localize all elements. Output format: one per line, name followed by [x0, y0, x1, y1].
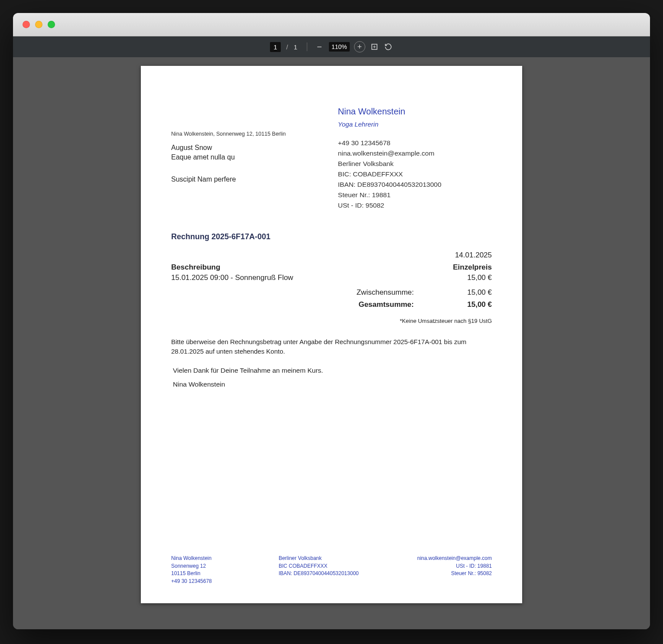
subtotal-label: Zwischensumme: [336, 288, 414, 297]
page-footer: Nina Wolkenstein Sonnenweg 12 10115 Berl… [171, 555, 492, 585]
zoom-out-button[interactable]: − [314, 42, 325, 52]
footer-street: Sonnenweg 12 [171, 563, 277, 570]
pdf-viewer[interactable]: Nina Wolkenstein, Sonnenweg 12, 10115 Be… [13, 57, 650, 629]
sender-address-line: Nina Wolkenstein, Sonnenweg 12, 10115 Be… [171, 105, 325, 137]
footer-right: nina.wolkenstein@example.com USt - ID: 1… [386, 555, 492, 585]
zoom-in-button[interactable]: + [354, 41, 365, 52]
invoice-date: 14.01.2025 [171, 251, 492, 260]
window-close-button[interactable] [23, 21, 30, 28]
footer-phone: +49 30 12345678 [171, 578, 277, 585]
sender-bank: Berliner Volksbank [338, 159, 492, 169]
footer-steuer: Steuer Nr.: 95082 [386, 570, 492, 577]
item-description: 15.01.2025 09:00 - Sonnengruß Flow [171, 273, 293, 282]
sender-info-block: Nina Wolkenstein Yoga Lehrerin +49 30 12… [338, 105, 492, 211]
invoice-table-header: Beschreibung Einzelpreis [171, 263, 492, 272]
recipient-line2: Eaque amet nulla qu [171, 153, 325, 162]
footer-city: 10115 Berlin [171, 570, 277, 577]
footer-email: nina.wolkenstein@example.com [386, 555, 492, 562]
footer-middle: Berliner Volksbank BIC COBADEFFXXX IBAN:… [279, 555, 384, 585]
invoice-line-item: 15.01.2025 09:00 - Sonnengruß Flow 15,00… [171, 273, 492, 282]
sender-email: nina.wolkenstein@example.com [338, 148, 492, 159]
sender-iban: IBAN: DE89370400440532013000 [338, 179, 492, 190]
page-separator: / [286, 43, 288, 51]
thank-you-text: Vielen Dank für Deine Teilnahme an meine… [171, 367, 492, 374]
sender-name: Nina Wolkenstein [338, 105, 492, 118]
item-price: 15,00 € [467, 273, 492, 282]
recipient-block: August Snow Eaque amet nulla qu [171, 143, 325, 163]
total-pages: 1 [294, 43, 297, 51]
subject-line: Suscipit Nam perfere [171, 176, 325, 183]
total-value: 15,00 € [457, 300, 492, 309]
titlebar [13, 13, 650, 36]
sender-ust-id: USt - ID: 95082 [338, 200, 492, 211]
total-row: Gesamtsumme: 15,00 € [171, 300, 492, 309]
subtotal-value: 15,00 € [457, 288, 492, 297]
pdf-page: Nina Wolkenstein, Sonnenweg 12, 10115 Be… [141, 66, 522, 603]
total-label: Gesamtsumme: [336, 300, 414, 309]
signature-name: Nina Wolkenstein [171, 381, 492, 388]
pdf-toolbar: 1 / 1 − 110% + [13, 36, 650, 57]
sender-bic: BIC: COBADEFFXXX [338, 169, 492, 179]
sender-steuer-nr: Steuer Nr.: 19881 [338, 190, 492, 200]
footer-ust: USt - ID: 19881 [386, 563, 492, 570]
current-page-input[interactable]: 1 [270, 42, 280, 52]
footer-iban: IBAN: DE89370400440532013000 [279, 570, 384, 577]
fit-to-page-icon[interactable] [370, 42, 379, 52]
footer-left: Nina Wolkenstein Sonnenweg 12 10115 Berl… [171, 555, 277, 585]
app-window: 1 / 1 − 110% + Nina Wolkenstein, Sonnenw… [13, 13, 650, 629]
rotate-icon[interactable] [384, 42, 393, 52]
sender-phone: +49 30 12345678 [338, 138, 492, 148]
subtotal-row: Zwischensumme: 15,00 € [171, 288, 492, 297]
tax-note: *Keine Umsatzsteuer nach §19 UstG [171, 318, 492, 324]
footer-name: Nina Wolkenstein [171, 555, 277, 562]
payment-instructions: Bitte überweise den Rechnungsbetrag unte… [171, 337, 492, 356]
col-description-label: Beschreibung [171, 263, 220, 272]
window-minimize-button[interactable] [35, 21, 42, 28]
window-maximize-button[interactable] [48, 21, 55, 28]
footer-bank: Berliner Volksbank [279, 555, 384, 562]
sender-subtitle: Yoga Lehrerin [338, 119, 492, 129]
col-price-label: Einzelpreis [453, 263, 492, 272]
zoom-level[interactable]: 110% [329, 42, 350, 52]
invoice-title: Rechnung 2025-6F17A-001 [171, 232, 492, 241]
toolbar-divider [307, 42, 307, 51]
footer-bic: BIC COBADEFFXXX [279, 563, 384, 570]
recipient-name: August Snow [171, 143, 325, 153]
